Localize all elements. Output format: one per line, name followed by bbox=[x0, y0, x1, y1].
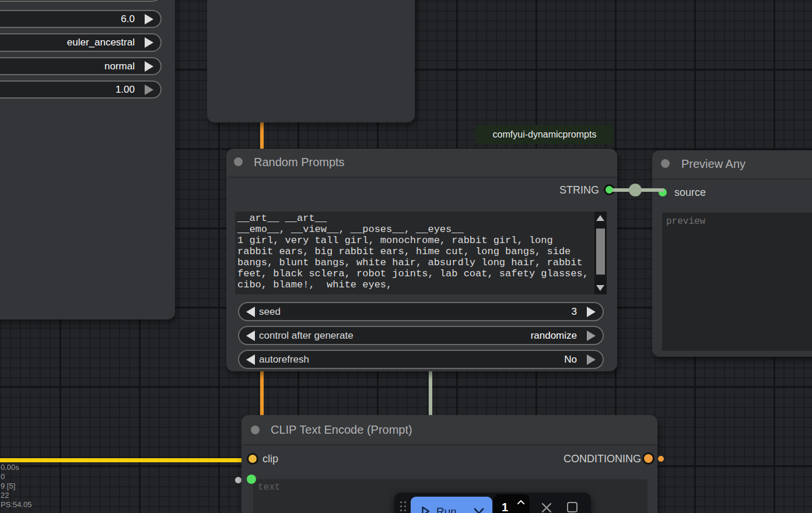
stats-line: 22 bbox=[1, 491, 9, 500]
upper-node[interactable] bbox=[207, 0, 415, 122]
increment-arrow-icon[interactable] bbox=[145, 37, 153, 48]
sampler-node[interactable]: 6.0 euler_ancestral normal 1.00 bbox=[0, 0, 175, 319]
node-graph-canvas[interactable]: 0.00s 0 9 [5] 22 PS:54.05 6.0 euler_ance… bbox=[0, 0, 812, 513]
seed-value: 3 bbox=[572, 306, 577, 318]
cfg-widget[interactable]: 6.0 bbox=[0, 10, 162, 28]
run-button[interactable]: Run bbox=[411, 497, 492, 513]
stats-line: PS:54.05 bbox=[1, 500, 32, 509]
scheduler-widget[interactable]: normal bbox=[0, 57, 162, 75]
node-title: Preview Any bbox=[681, 157, 746, 171]
run-dropdown-chevron-icon[interactable] bbox=[474, 508, 484, 513]
toolbar-drag-handle-icon[interactable] bbox=[400, 501, 406, 511]
reroute-dot[interactable] bbox=[629, 184, 642, 196]
wire-yellow-clip bbox=[0, 458, 251, 462]
cfg-value: 6.0 bbox=[121, 13, 135, 25]
string-output-label: STRING bbox=[559, 184, 599, 196]
clip-input-label: clip bbox=[262, 453, 278, 465]
batch-count-value: 1 bbox=[502, 501, 508, 513]
decrement-arrow-icon[interactable] bbox=[246, 331, 255, 341]
scheduler-value: normal bbox=[104, 61, 135, 72]
conditioning-output-socket[interactable] bbox=[644, 454, 653, 463]
wire-orange-mid bbox=[260, 371, 264, 417]
increment-arrow-icon[interactable] bbox=[145, 61, 153, 72]
increment-arrow-icon[interactable] bbox=[587, 354, 596, 365]
seed-label: seed bbox=[259, 306, 281, 318]
increment-arrow-icon[interactable] bbox=[587, 331, 596, 341]
scroll-up-icon[interactable] bbox=[596, 215, 604, 221]
clip-text-encode-header[interactable]: CLIP Text Encode (Prompt) bbox=[242, 415, 657, 445]
widget-clipped[interactable] bbox=[0, 0, 162, 2]
batch-count-box[interactable]: 1 bbox=[494, 494, 530, 513]
sampler-widget[interactable]: euler_ancestral bbox=[0, 33, 162, 52]
control-after-generate-label: control after generate bbox=[259, 330, 354, 342]
play-icon bbox=[421, 506, 430, 513]
run-button-label: Run bbox=[436, 505, 457, 513]
text-link-nub bbox=[235, 477, 242, 483]
scrollbar-thumb[interactable] bbox=[596, 229, 605, 275]
increment-arrow-icon[interactable] bbox=[145, 85, 153, 95]
random-prompts-node[interactable]: Random Prompts STRING __art__ __art__ __… bbox=[226, 149, 617, 371]
prompt-text: __art__ __art__ __emo__, __view__, __pos… bbox=[237, 213, 587, 290]
preview-placeholder: preview bbox=[666, 216, 705, 227]
badge-label: comfyui-dynamicprompts bbox=[493, 129, 597, 140]
conditioning-output-label: CONDITIONING bbox=[564, 453, 641, 465]
preview-any-header[interactable]: Preview Any bbox=[652, 150, 812, 180]
scroll-down-icon[interactable] bbox=[596, 285, 604, 291]
seed-widget[interactable]: seed 3 bbox=[238, 302, 604, 321]
autorefresh-value: No bbox=[564, 354, 577, 366]
denoise-widget[interactable]: 1.00 bbox=[0, 80, 162, 99]
sampler-value: euler_ancestral bbox=[67, 37, 135, 48]
count-up-icon[interactable] bbox=[517, 500, 525, 505]
stats-line: 0 bbox=[1, 472, 5, 481]
collapse-dot-icon[interactable] bbox=[234, 157, 243, 166]
conditioning-link-nub bbox=[658, 456, 664, 462]
preview-any-node[interactable]: Preview Any source preview bbox=[652, 150, 812, 357]
run-toolbar[interactable]: Run 1 bbox=[394, 493, 591, 513]
collapse-dot-icon[interactable] bbox=[251, 426, 260, 434]
scrollbar[interactable] bbox=[594, 212, 607, 294]
increment-arrow-icon[interactable] bbox=[587, 307, 596, 317]
node-title: CLIP Text Encode (Prompt) bbox=[271, 423, 412, 437]
clip-input-socket[interactable] bbox=[249, 455, 257, 463]
wire-sage-mid bbox=[429, 371, 432, 417]
control-after-generate-value: randomize bbox=[531, 330, 577, 342]
stats-line: 9 [5] bbox=[1, 482, 15, 490]
text-placeholder: text bbox=[258, 482, 280, 493]
control-after-generate-widget[interactable]: control after generate randomize bbox=[238, 326, 604, 345]
prompt-textarea[interactable]: __art__ __art__ __emo__, __view__, __pos… bbox=[235, 212, 607, 294]
preview-textarea[interactable]: preview bbox=[662, 213, 812, 351]
random-prompts-header[interactable]: Random Prompts bbox=[226, 149, 617, 178]
wire-orange-top bbox=[260, 120, 264, 150]
autorefresh-widget[interactable]: autorefresh No bbox=[238, 350, 604, 369]
autorefresh-label: autorefresh bbox=[259, 354, 309, 366]
node-title: Random Prompts bbox=[254, 156, 345, 169]
source-input-label: source bbox=[674, 187, 706, 199]
decrement-arrow-icon[interactable] bbox=[246, 307, 255, 317]
node-source-badge: comfyui-dynamicprompts bbox=[475, 125, 614, 144]
denoise-value: 1.00 bbox=[116, 84, 135, 96]
increment-arrow-icon[interactable] bbox=[145, 14, 153, 24]
decrement-arrow-icon[interactable] bbox=[246, 354, 255, 365]
stop-icon[interactable] bbox=[567, 502, 578, 512]
text-input-socket[interactable] bbox=[247, 475, 256, 484]
collapse-dot-icon[interactable] bbox=[661, 159, 670, 168]
stats-line: 0.00s bbox=[1, 463, 19, 472]
cancel-icon[interactable] bbox=[541, 503, 552, 513]
